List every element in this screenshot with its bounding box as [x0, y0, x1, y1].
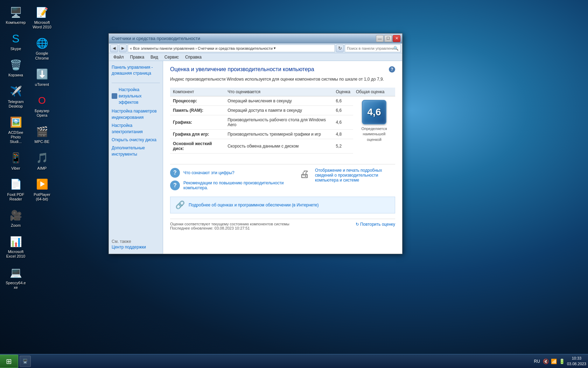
sidebar-visual-effects[interactable]: Настройка визуальных эффектов [119, 87, 160, 105]
sidebar-disk-cleanup[interactable]: Открыть очистку диска [112, 137, 160, 143]
menu-view[interactable]: Вид [148, 54, 161, 60]
chrome-icon-label: Google Chrome [31, 51, 52, 60]
desc-graphics: Производительность рабочего стола для Wi… [225, 115, 333, 130]
search-bar[interactable]: 🔍 [345, 45, 401, 52]
word-icon-label: Microsoft Word 2010 [31, 20, 52, 29]
quick-launch-btn[interactable]: 🖥️ [20, 356, 31, 367]
page-title: Оценка и увеличение производительности к… [170, 66, 314, 73]
desktop-icon-utorrent[interactable]: ⬇️ uTorrent [30, 66, 54, 89]
col-score: Оценка [333, 88, 353, 96]
score-ram: 6,6 [333, 106, 353, 115]
settings-icon [112, 93, 117, 99]
desc-cpu: Операций вычисления в секунду [225, 96, 333, 106]
utorrent-icon-label: uTorrent [35, 82, 49, 87]
window-title: Счетчики и средства производительности [112, 36, 200, 41]
speccy-icon-label: Speccy64.exe [5, 281, 26, 290]
back-button[interactable]: ◀ [110, 45, 118, 52]
sidebar-home-link[interactable]: Панель управления - домашняя страница [112, 64, 160, 76]
desktop-icon-chrome[interactable]: 🌐 Google Chrome [30, 34, 54, 62]
status-text-1: Оценки соответствуют текущему состоянию … [170, 222, 289, 226]
score-disk: 5,2 [333, 139, 353, 154]
desktop-icon-mpcbe[interactable]: 🎬 MPC-BE [30, 123, 54, 146]
desktop-icon-viber[interactable]: 📱 Viber [4, 149, 28, 172]
question-icon-1: ? [170, 168, 180, 178]
recommendations-link[interactable]: Рекомендации по повышению производительн… [183, 180, 292, 190]
what-numbers-link[interactable]: Что означают эти цифры? [183, 170, 234, 175]
mpcbe-icon-label: MPC-BE [35, 139, 50, 144]
power-icon[interactable]: 🔋 [559, 358, 565, 364]
col-description: Что оценивается [225, 88, 333, 96]
foxit-icon: 📄 [9, 177, 23, 191]
desktop-icon-foxit[interactable]: 📄 Foxit PDF Reader [4, 176, 28, 203]
desktop-icon-computer[interactable]: 🖥️ Компьютер [4, 4, 28, 27]
sidebar-support[interactable]: Центр поддержки [112, 244, 160, 250]
recycle-icon-label: Корзина [8, 73, 23, 77]
menu-help[interactable]: Справка [182, 54, 204, 60]
window-controls: — ☐ ✕ [376, 35, 400, 42]
sidebar-tools[interactable]: Дополнительные инструменты [112, 145, 160, 157]
network-icon[interactable]: 📶 [551, 358, 557, 364]
computer-icon: 🖥️ [9, 5, 23, 19]
desktop-icon-skype[interactable]: S Skype [4, 30, 28, 53]
desktop-icon-aimp[interactable]: 🎵 AIMP [30, 149, 54, 172]
desktop-icon-zoom[interactable]: 🎥 Zoom [4, 206, 28, 230]
skype-icon-label: Skype [10, 47, 21, 51]
excel-icon-label: Microsoft Excel 2010 [5, 250, 26, 259]
software-icon: 🔗 [175, 200, 185, 210]
excel-icon: 📊 [9, 234, 23, 248]
acdsee-icon: 🖼️ [9, 115, 23, 129]
chrome-icon: 🌐 [35, 36, 49, 50]
info-links-section: ? Что означают эти цифры? ? Рекомендации… [170, 164, 395, 193]
desktop-icon-telegram[interactable]: ✈️ Telegram Desktop [4, 83, 28, 110]
software-row: 🔗 Подробнее об оценках и программном обе… [170, 197, 395, 213]
bottom-status: Оценки соответствуют текущему состоянию … [170, 219, 395, 230]
maximize-button[interactable]: ☐ [384, 35, 392, 42]
menu-bar: Файл Правка Вид Сервис Справка [109, 53, 402, 61]
speccy-icon: 💻 [9, 266, 23, 280]
lang-indicator: RU [533, 359, 541, 364]
forward-button[interactable]: ▶ [119, 45, 127, 52]
search-input[interactable] [347, 46, 399, 50]
component-ram: Память (RAM): [170, 106, 225, 115]
clock-time: 10:33 [567, 356, 586, 361]
utorrent-icon: ⬇️ [35, 67, 49, 81]
mpcbe-icon: 🎬 [35, 124, 49, 138]
score-cpu: 6,6 [333, 96, 353, 106]
menu-edit[interactable]: Правка [127, 54, 147, 60]
overall-score-label: Определяется наименьшей оценкой [357, 126, 392, 142]
refresh-button[interactable]: ↻ [336, 45, 344, 52]
software-link[interactable]: Подробнее об оценках и программном обесп… [189, 203, 318, 207]
desktop-icon-word[interactable]: 📝 Microsoft Word 2010 [30, 4, 54, 31]
print-details-link[interactable]: Отображение и печать подробных сведений … [315, 168, 395, 183]
desktop-icon-acdsee[interactable]: 🖼️ ACDSee Photo Studi... [4, 114, 28, 146]
info-link-row-2: ? Рекомендации по повышению производител… [170, 180, 292, 190]
content-description: Индекс производительности Windows исполь… [170, 76, 395, 82]
desktop-icon-recycle[interactable]: 🗑️ Корзина [4, 56, 28, 79]
score-gaming: 4,8 [333, 130, 353, 139]
menu-file[interactable]: Файл [111, 54, 127, 60]
overall-score-container: 4,6 Определяется наименьшей оценкой [353, 96, 395, 146]
desktop-icon-speccy[interactable]: 💻 Speccy64.exe [4, 264, 28, 292]
aimp-icon-label: AIMP [37, 166, 47, 171]
table-row: Процессор: Операций вычисления в секунду… [170, 96, 395, 106]
start-button[interactable]: ⊞ [0, 355, 18, 368]
menu-service[interactable]: Сервис [162, 54, 182, 60]
rerun-button[interactable]: ↻ Повторить оценку [356, 222, 395, 227]
component-graphics: Графика: [170, 115, 225, 130]
main-content: Оценка и увеличение производительности к… [163, 61, 402, 254]
printer-icon: 🖨 [298, 168, 312, 180]
volume-icon[interactable]: 🔇 [543, 358, 549, 364]
desktop-icon-potplayer[interactable]: ▶️ PotPlayer (64-bit) [30, 176, 54, 203]
sidebar-power[interactable]: Настройка электропитания [112, 122, 160, 135]
online-info-row: 🖨 Отображение и печать подробных сведени… [298, 168, 395, 183]
sidebar-indexing[interactable]: Настройка параметров индексирования [112, 108, 160, 121]
info-link-row-1: ? Что означают эти цифры? [170, 168, 292, 178]
help-button[interactable]: ? [389, 66, 395, 73]
address-input[interactable]: « Все элементы панели управления › Счетч… [128, 45, 335, 52]
close-button[interactable]: ✕ [393, 35, 400, 42]
desktop-icon-opera[interactable]: O Браузер Opera [30, 92, 54, 120]
desc-gaming: Производительность трехмерной графики и … [225, 130, 333, 139]
minimize-button[interactable]: — [376, 35, 384, 42]
desktop-icon-excel[interactable]: 📊 Microsoft Excel 2010 [4, 233, 28, 260]
address-dropdown-arrow[interactable]: ▾ [274, 46, 276, 50]
